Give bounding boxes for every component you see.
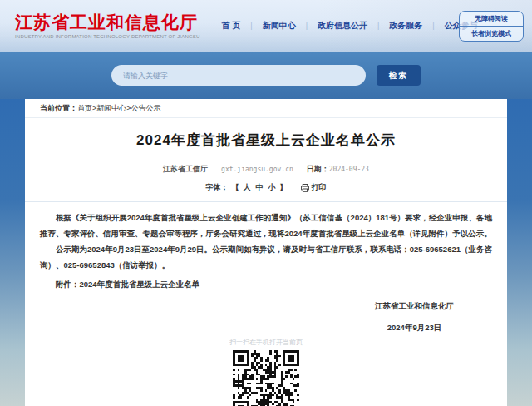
accessibility-reading-button[interactable]: 无障碍阅读 (460, 12, 523, 26)
article-source: 江苏省工信厅 (163, 164, 208, 175)
attachment-label: 附件： (56, 280, 80, 289)
nav-item-news[interactable]: 新闻中心 (263, 20, 296, 32)
signature-date: 2024年9月23日 (375, 323, 454, 334)
print-label: 打印 (312, 182, 327, 193)
elder-mode-button[interactable]: 长者浏览模式 (460, 26, 523, 41)
article-body: 根据《关于组织开展2024年度首批省星级上云企业创建工作的通知》（苏工信信基（2… (25, 202, 507, 406)
breadcrumb-path[interactable]: 首页>新闻中心>公告公示 (77, 104, 161, 112)
article-meta: 江苏省工信厅 gxt.jiangsu.gov.cn 日期：2024-09-23 (25, 164, 507, 175)
search-button[interactable]: 检索 (377, 65, 421, 86)
font-size-label: 字体： (206, 182, 229, 193)
attachment-link[interactable]: 2024年度首批省星级上云企业名单 (80, 280, 200, 289)
bracket-open: 【 (232, 182, 239, 193)
signature-block: 江苏省工业和信息化厅 2024年9月23日 (375, 301, 454, 334)
content-card: 当前位置：首页>新闻中心>公告公示 2024年度首批省星级上云企业名单公示 江苏… (25, 99, 507, 406)
font-size-large[interactable]: 大 (244, 182, 251, 193)
search-input[interactable] (111, 65, 366, 86)
qr-code (233, 350, 299, 406)
font-size-small[interactable]: 小 (268, 182, 276, 193)
search-band: 检索 (0, 52, 532, 99)
accessibility-box: 无障碍阅读 长者浏览模式 (459, 11, 524, 42)
site-header: 江苏省工业和信息化厅 INDUSTRY AND INFORMATION TECH… (0, 0, 532, 52)
article-date-label: 日期： (307, 165, 329, 173)
nav-item-home[interactable]: 首 页 (222, 20, 241, 32)
font-controls: 字体：【大中小】 打印 (25, 182, 507, 193)
font-size-medium[interactable]: 中 (256, 182, 264, 193)
main-nav: 首 页 新闻中心 政府信息公开 政务服务 公众参与 (222, 20, 478, 32)
signature-name: 江苏省工业和信息化厅 (375, 301, 454, 312)
printer-icon (301, 184, 309, 192)
article-paragraph-2: 公示期为2024年9月23日至2024年9月29日。公示期间如有异议，请及时与省… (40, 241, 492, 273)
attachment-row: 附件：2024年度首批省星级上云企业名单 (40, 280, 492, 290)
print-button[interactable]: 打印 (301, 182, 327, 193)
site-logo-subtitle: INDUSTRY AND INFORMATION TECHNOLOGY DEPA… (15, 34, 200, 39)
site-logo-title: 江苏省工业和信息化厅 (15, 12, 200, 32)
qr-section: 扫一扫在手机打开当前页 (40, 334, 492, 406)
article-site-url: gxt.jiangsu.gov.cn (221, 166, 293, 173)
breadcrumb-prefix: 当前位置： (40, 104, 77, 112)
nav-item-gov-info[interactable]: 政府信息公开 (318, 20, 367, 32)
site-logo[interactable]: 江苏省工业和信息化厅 INDUSTRY AND INFORMATION TECH… (15, 12, 200, 39)
breadcrumb: 当前位置：首页>新闻中心>公告公示 (25, 99, 507, 118)
bracket-close: 】 (280, 182, 288, 193)
article-date: 日期：2024-09-23 (307, 164, 369, 175)
article-paragraph-1: 根据《关于组织开展2024年度首批省星级上云企业创建工作的通知》（苏工信信基（2… (40, 210, 492, 241)
nav-item-gov-services[interactable]: 政务服务 (389, 20, 422, 32)
article-date-value: 2024-09-23 (329, 166, 369, 173)
page-title: 2024年度首批省星级上云企业名单公示 (25, 131, 507, 150)
qr-caption: 扫一扫在手机打开当前页 (40, 338, 492, 347)
